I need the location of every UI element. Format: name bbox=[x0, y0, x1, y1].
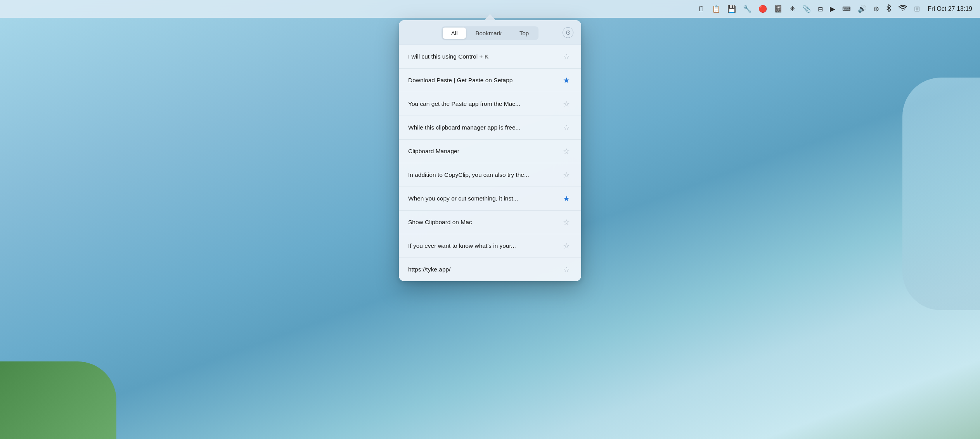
star-icon-2: ★ bbox=[563, 76, 570, 85]
clipboard-item-6[interactable]: In addition to CopyClip, you can also tr… bbox=[399, 163, 581, 187]
display-icon[interactable]: ⊟ bbox=[818, 5, 823, 13]
bookmark-button-1[interactable]: ☆ bbox=[561, 51, 572, 62]
bookmark-button-2[interactable]: ★ bbox=[561, 75, 572, 86]
play-icon[interactable]: ▶ bbox=[830, 5, 835, 13]
item-text-10: https://tyke.app/ bbox=[408, 266, 556, 273]
bookmark-button-5[interactable]: ☆ bbox=[561, 146, 572, 157]
bookmark-button-10[interactable]: ☆ bbox=[561, 264, 572, 275]
popup-arrow bbox=[485, 14, 495, 20]
wifi-icon[interactable] bbox=[899, 5, 907, 13]
item-text-6: In addition to CopyClip, you can also tr… bbox=[408, 171, 556, 178]
star-icon-10: ☆ bbox=[563, 265, 570, 274]
bookmark-button-9[interactable]: ☆ bbox=[561, 240, 572, 251]
clipboard-item-1[interactable]: I will cut this using Control + K ☆ bbox=[399, 45, 581, 69]
star-icon-4: ☆ bbox=[563, 123, 570, 132]
action-icon[interactable]: 🔴 bbox=[758, 5, 767, 13]
controlcenter-icon[interactable]: ⊞ bbox=[914, 5, 920, 13]
star-icon-3: ☆ bbox=[563, 99, 570, 109]
item-text-1: I will cut this using Control + K bbox=[408, 53, 556, 60]
star-icon-8: ☆ bbox=[563, 218, 570, 227]
clipboard-item-10[interactable]: https://tyke.app/ ☆ bbox=[399, 258, 581, 281]
bookmark-button-3[interactable]: ☆ bbox=[561, 99, 572, 109]
star-icon-6: ☆ bbox=[563, 170, 570, 180]
paste-icon[interactable]: 🗒 bbox=[698, 5, 705, 13]
desktop: 🗒 📋 💾 🔧 🔴 📓 ✳ 📎 ⊟ ▶ ⌨ 🔊 ⊕ bbox=[0, 0, 980, 439]
clipboard-icon[interactable]: 📋 bbox=[712, 5, 720, 13]
bookmark-button-6[interactable]: ☆ bbox=[561, 169, 572, 180]
star-icon-7: ★ bbox=[563, 194, 570, 203]
item-text-8: Show Clipboard on Mac bbox=[408, 219, 556, 226]
more-options-button[interactable]: ⊙ bbox=[563, 27, 573, 38]
volume-icon[interactable]: 🔊 bbox=[858, 5, 866, 13]
clipboard-item-4[interactable]: While this clipboard manager app is free… bbox=[399, 116, 581, 140]
more-options-icon: ⊙ bbox=[566, 29, 571, 36]
tab-all[interactable]: All bbox=[443, 28, 466, 39]
star-icon-5: ☆ bbox=[563, 147, 570, 156]
item-text-2: Download Paste | Get Paste on Setapp bbox=[408, 77, 556, 84]
clipboard-item-2[interactable]: Download Paste | Get Paste on Setapp ★ bbox=[399, 69, 581, 92]
brightness-icon[interactable]: ✳ bbox=[790, 5, 795, 13]
clipboard-item-5[interactable]: Clipboard Manager ☆ bbox=[399, 140, 581, 163]
tab-top[interactable]: Top bbox=[511, 28, 537, 39]
item-text-3: You can get the Paste app from the Mac..… bbox=[408, 100, 556, 107]
item-text-9: If you ever want to know what's in your.… bbox=[408, 242, 556, 249]
notes-icon[interactable]: 📓 bbox=[774, 5, 783, 13]
airdrop-icon[interactable]: ⊕ bbox=[873, 5, 879, 13]
clipboard-item-3[interactable]: You can get the Paste app from the Mac..… bbox=[399, 92, 581, 116]
clipboard-item-9[interactable]: If you ever want to know what's in your.… bbox=[399, 234, 581, 258]
star-icon-9: ☆ bbox=[563, 241, 570, 251]
bookmark-button-4[interactable]: ☆ bbox=[561, 122, 572, 133]
clipboard-item-8[interactable]: Show Clipboard on Mac ☆ bbox=[399, 211, 581, 234]
clipboard-item-7[interactable]: When you copy or cut something, it inst.… bbox=[399, 187, 581, 211]
tab-group: All Bookmark Top bbox=[442, 26, 538, 40]
clipboard-popup: All Bookmark Top ⊙ I will cut this using… bbox=[399, 20, 581, 281]
tab-bookmark[interactable]: Bookmark bbox=[467, 28, 510, 39]
bookmark-button-7[interactable]: ★ bbox=[561, 193, 572, 204]
finder-icon[interactable]: 💾 bbox=[727, 5, 736, 13]
tools-icon[interactable]: 🔧 bbox=[743, 5, 751, 13]
tab-bar: All Bookmark Top ⊙ bbox=[399, 20, 581, 45]
paperclip-icon[interactable]: 📎 bbox=[802, 5, 811, 13]
bookmark-button-8[interactable]: ☆ bbox=[561, 217, 572, 228]
keyboard-icon[interactable]: ⌨ bbox=[842, 5, 851, 12]
item-text-4: While this clipboard manager app is free… bbox=[408, 124, 556, 131]
menubar-icons: 🗒 📋 💾 🔧 🔴 📓 ✳ 📎 ⊟ ▶ ⌨ 🔊 ⊕ bbox=[698, 4, 920, 14]
item-text-7: When you copy or cut something, it inst.… bbox=[408, 195, 556, 202]
item-text-5: Clipboard Manager bbox=[408, 148, 556, 155]
bluetooth-icon[interactable] bbox=[886, 4, 892, 14]
star-icon-1: ☆ bbox=[563, 52, 570, 61]
items-list: I will cut this using Control + K ☆ Down… bbox=[399, 45, 581, 281]
menubar-time: Fri Oct 27 13:19 bbox=[928, 5, 972, 12]
